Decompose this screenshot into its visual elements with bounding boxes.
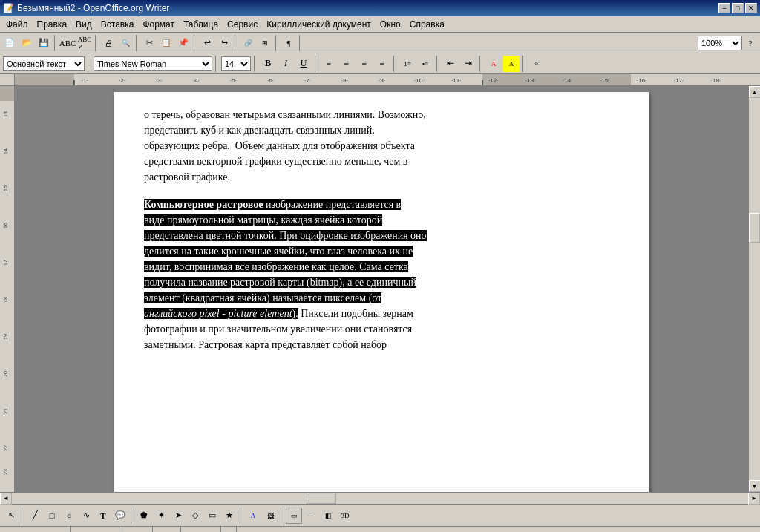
svg-text:·8·: ·8· — [341, 77, 348, 84]
new-button[interactable]: 📄 — [1, 35, 18, 51]
save-button[interactable]: 💾 — [36, 35, 52, 51]
menu-help[interactable]: Справка — [405, 16, 449, 32]
open-button[interactable]: 📂 — [19, 35, 35, 51]
window-title: Безымянный2 - OpenOffice.org Writer — [17, 3, 169, 13]
char-spacing-button[interactable]: ≈ — [528, 56, 545, 72]
spell-button[interactable]: ABC — [59, 35, 76, 51]
paste-button[interactable]: 📌 — [175, 35, 191, 51]
spell2-button[interactable]: ABC✓ — [76, 35, 93, 51]
fontwork-button[interactable]: A — [245, 508, 261, 524]
select-arrow-button[interactable]: ↖ — [3, 508, 19, 524]
svg-text:·17·: ·17· — [674, 77, 684, 84]
menu-format[interactable]: Формат — [138, 16, 179, 32]
zoom-select[interactable]: 100% — [698, 36, 742, 50]
scroll-down-button[interactable]: ▼ — [749, 480, 761, 492]
svg-text:13: 13 — [3, 111, 8, 117]
statusbar: Страница 1 / 2 Обычный 100% ВСТ СТАНД * — [0, 526, 760, 532]
toolbar-sep1 — [54, 35, 57, 51]
table-insert-button[interactable]: ⊞ — [257, 35, 273, 51]
bold-button[interactable]: B — [260, 56, 276, 72]
preview-button[interactable]: 🔍 — [117, 35, 134, 51]
svg-text:·16·: ·16· — [637, 77, 646, 84]
minimize-button[interactable]: – — [718, 3, 730, 13]
svg-text:·14·: ·14· — [563, 77, 572, 84]
line-tool-button[interactable]: ╱ — [27, 508, 43, 524]
italic-button[interactable]: I — [278, 56, 294, 72]
symbol-shapes-button[interactable]: ✦ — [153, 508, 169, 524]
image-from-file-button[interactable]: 🖼 — [262, 508, 278, 524]
scroll-thumb-v[interactable] — [749, 213, 760, 243]
shadow-button[interactable]: ◧ — [320, 508, 336, 524]
scroll-track-v[interactable] — [749, 98, 760, 480]
fill-color-button[interactable]: ▭ — [286, 508, 302, 524]
ellipse-tool-button[interactable]: ○ — [61, 508, 77, 524]
line-color-button[interactable]: ─ — [303, 508, 319, 524]
zoom-help[interactable]: ? — [742, 35, 759, 51]
scroll-thumb-h[interactable] — [307, 493, 336, 504]
font-color-button[interactable]: A — [485, 56, 502, 72]
basic-shapes-button[interactable]: ⬟ — [136, 508, 152, 524]
menu-view[interactable]: Вид — [71, 16, 96, 32]
indent-button[interactable]: ⇥ — [460, 56, 476, 72]
hyperlink-button[interactable]: 🔗 — [240, 35, 256, 51]
underline-button[interactable]: U — [295, 56, 312, 72]
mode-status: СТАНД — [181, 527, 221, 532]
menu-tools[interactable]: Сервис — [223, 16, 262, 32]
callout-button[interactable]: 💬 — [112, 508, 128, 524]
menubar: Файл Правка Вид Вставка Формат Таблица С… — [0, 16, 760, 33]
outdent-button[interactable]: ⇤ — [442, 56, 459, 72]
close-button[interactable]: ✕ — [745, 3, 757, 13]
svg-text:·15·: ·15· — [600, 77, 609, 84]
svg-text:·9·: ·9· — [379, 77, 385, 84]
page-scroll-area[interactable]: о теречь, образован четырьмя связанными … — [15, 86, 748, 492]
format-marks-button[interactable]: ¶ — [281, 35, 297, 51]
rect-tool-button[interactable]: □ — [44, 508, 60, 524]
align-justify-button[interactable]: ≡ — [374, 56, 390, 72]
stars-button[interactable]: ★ — [221, 508, 238, 524]
fmt-sep6 — [436, 56, 439, 72]
flowchart-button[interactable]: ◇ — [187, 508, 203, 524]
highlight-button[interactable]: A — [503, 56, 520, 72]
svg-text:19: 19 — [3, 334, 8, 340]
align-left-button[interactable]: ≡ — [321, 56, 337, 72]
print-button[interactable]: 🖨 — [100, 35, 117, 51]
numbering-button[interactable]: 1≡ — [399, 56, 416, 72]
menu-edit[interactable]: Правка — [33, 16, 72, 32]
freeform-button[interactable]: ∿ — [78, 508, 94, 524]
size-select[interactable]: 14 — [221, 56, 251, 71]
scroll-track-h[interactable] — [12, 493, 748, 504]
block-arrows-button[interactable]: ➤ — [170, 508, 186, 524]
bullets-button[interactable]: •≡ — [417, 56, 433, 72]
menu-insert[interactable]: Вставка — [96, 16, 139, 32]
document-page[interactable]: о теречь, образован четырьмя связанными … — [114, 92, 649, 492]
copy-button[interactable]: 📋 — [158, 35, 174, 51]
style-select[interactable]: Основной текст — [3, 56, 85, 71]
maximize-button[interactable]: □ — [732, 3, 744, 13]
titlebar-controls: – □ ✕ — [718, 3, 757, 13]
undo-button[interactable]: ↩ — [199, 35, 215, 51]
toolbar-sep5 — [235, 35, 238, 51]
text-tool-button[interactable]: T — [95, 508, 111, 524]
titlebar-title: 📝 Безымянный2 - OpenOffice.org Writer — [3, 3, 169, 13]
3d-effects-button[interactable]: 3D — [337, 508, 353, 524]
redo-button[interactable]: ↪ — [216, 35, 232, 51]
titlebar: 📝 Безымянный2 - OpenOffice.org Writer – … — [0, 0, 760, 16]
menu-file[interactable]: Файл — [1, 16, 33, 32]
ruler-track: ·1· ·2· ·3· ·4· ·5· ·6· ·7· ·8· ·9· ·10·… — [15, 74, 760, 86]
page-status: Страница 1 / 2 — [3, 527, 71, 532]
font-select[interactable]: Times New Roman — [94, 56, 212, 71]
menu-window[interactable]: Окно — [376, 16, 405, 32]
align-right-button[interactable]: ≡ — [356, 56, 373, 72]
svg-text:21: 21 — [3, 408, 8, 414]
cut-button[interactable]: ✂ — [141, 35, 157, 51]
scroll-left-button[interactable]: ◄ — [0, 493, 12, 505]
menu-cyrillic[interactable]: Кириллический документ — [262, 16, 376, 32]
toolbar-sep7 — [299, 35, 302, 51]
draw-sep4 — [281, 508, 284, 524]
app-icon: 📝 — [3, 3, 14, 13]
callouts-button[interactable]: ▭ — [204, 508, 220, 524]
menu-table[interactable]: Таблица — [179, 16, 223, 32]
scroll-right-button[interactable]: ► — [748, 493, 760, 505]
scroll-up-button[interactable]: ▲ — [749, 86, 761, 98]
align-center-button[interactable]: ≡ — [338, 56, 355, 72]
